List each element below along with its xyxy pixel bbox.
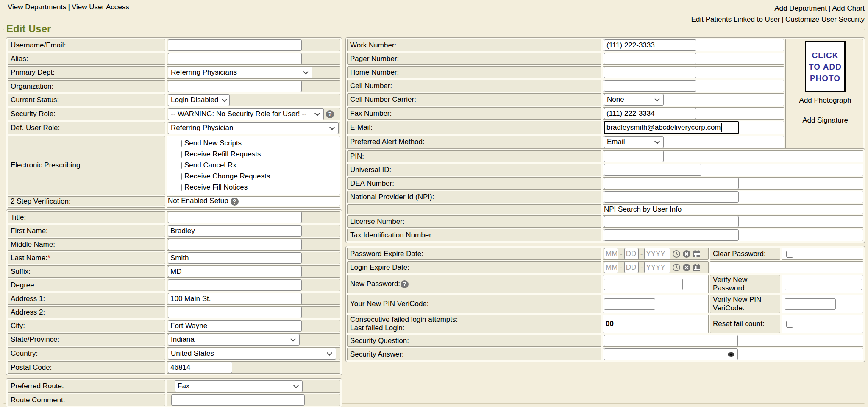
- fax-number-input[interactable]: [604, 108, 696, 119]
- label-universal-id: Universal ID:: [347, 164, 601, 176]
- first-name-input[interactable]: [168, 225, 302, 237]
- clock-icon[interactable]: [672, 250, 681, 258]
- clear-password-checkbox[interactable]: [786, 251, 793, 258]
- chevron-down-icon: [222, 97, 228, 102]
- route-comment-input[interactable]: [171, 394, 305, 406]
- label-middle-name: Middle Name:: [8, 238, 165, 251]
- tax-id-input[interactable]: [604, 229, 739, 241]
- login-expire-mm-input[interactable]: [604, 262, 618, 273]
- organization-input[interactable]: [168, 81, 302, 92]
- chevron-down-icon: [303, 69, 309, 75]
- npi-search-link[interactable]: NPI Search by User Info: [604, 205, 682, 213]
- def-user-role-select[interactable]: Referring Physician: [168, 122, 339, 134]
- verify-new-password-input[interactable]: [785, 279, 862, 290]
- label-verify-pin-vericode: Verify New PIN VeriCode:: [710, 295, 780, 313]
- label-pin-vericode: Your New PIN VeriCode:: [347, 295, 601, 313]
- failed-attempts-count: 00: [604, 320, 614, 328]
- receive-change-requests-option[interactable]: Receive Change Requests: [175, 171, 339, 182]
- help-icon[interactable]: ?: [231, 198, 239, 206]
- security-answer-input[interactable]: [604, 348, 738, 360]
- receive-change-requests-checkbox[interactable]: [175, 173, 182, 180]
- pin-input[interactable]: [604, 151, 664, 162]
- security-question-input[interactable]: [604, 335, 738, 346]
- calendar-icon[interactable]: [693, 263, 701, 272]
- current-status-select[interactable]: Login Disabled: [168, 94, 230, 106]
- label-email: E-Mail:: [347, 121, 601, 134]
- label-electronic-prescribing: Electronic Prescribing:: [8, 136, 165, 195]
- title-input[interactable]: [168, 212, 302, 223]
- preferred-route-select[interactable]: Fax: [175, 380, 303, 392]
- reset-fail-count-checkbox[interactable]: [786, 321, 793, 328]
- label-address1: Address 1:: [8, 293, 165, 305]
- verify-pin-vericode-input[interactable]: [785, 298, 836, 310]
- receive-fill-notices-checkbox[interactable]: [175, 184, 182, 191]
- send-cancel-rx-checkbox[interactable]: [175, 162, 182, 169]
- username-input[interactable]: [168, 39, 302, 51]
- help-icon[interactable]: ?: [326, 110, 334, 118]
- receive-refill-requests-option[interactable]: Receive Refill Requests: [175, 149, 339, 160]
- address2-input[interactable]: [168, 307, 302, 318]
- add-photograph-link[interactable]: Add Photograph: [788, 96, 862, 105]
- view-departments-link[interactable]: View Departments: [8, 3, 67, 11]
- eye-icon[interactable]: [727, 351, 735, 358]
- pager-number-input[interactable]: [604, 53, 696, 64]
- receive-fill-notices-option[interactable]: Receive Fill Notices: [175, 182, 339, 193]
- password-expire-dd-input[interactable]: [624, 248, 639, 259]
- address1-input[interactable]: [168, 293, 302, 304]
- send-new-scripts-option[interactable]: Send New Scripts: [175, 138, 339, 149]
- customize-user-security-link[interactable]: Customize User Security: [785, 15, 865, 23]
- alias-input[interactable]: [168, 53, 302, 64]
- suffix-input[interactable]: [168, 266, 302, 277]
- degree-input[interactable]: [168, 279, 302, 291]
- middle-name-input[interactable]: [168, 239, 302, 250]
- email-input[interactable]: bradleysmith@abcdeliverycorp.com: [604, 121, 739, 134]
- country-select[interactable]: United States: [168, 348, 336, 360]
- npi-input[interactable]: [604, 191, 739, 203]
- send-new-scripts-checkbox[interactable]: [175, 140, 182, 147]
- new-password-input[interactable]: [604, 279, 683, 290]
- alert-method-select[interactable]: Email: [604, 136, 664, 148]
- alert-method-value: Email: [607, 138, 625, 146]
- edit-patients-linked-link[interactable]: Edit Patients Linked to User: [691, 15, 780, 23]
- clear-date-icon[interactable]: [682, 263, 691, 272]
- cell-number-input[interactable]: [604, 80, 696, 92]
- label-failed-attempts-line1: Consecutive failed login attempts:: [350, 315, 600, 324]
- last-name-input[interactable]: [168, 252, 302, 264]
- universal-id-input[interactable]: [604, 164, 701, 176]
- cell-carrier-value: None: [607, 95, 624, 104]
- login-expire-yyyy-input[interactable]: [644, 262, 670, 273]
- password-expire-mm-input[interactable]: [604, 248, 618, 259]
- add-department-link[interactable]: Add Department: [774, 4, 827, 12]
- checkbox-label: Receive Fill Notices: [184, 183, 248, 192]
- view-user-access-link[interactable]: View User Access: [72, 3, 129, 11]
- login-expire-dd-input[interactable]: [624, 262, 639, 273]
- cell-carrier-select[interactable]: None: [604, 94, 664, 106]
- license-number-input[interactable]: [604, 216, 739, 227]
- password-expire-yyyy-input[interactable]: [644, 248, 670, 259]
- home-number-input[interactable]: [604, 67, 696, 78]
- add-chart-link[interactable]: Add Chart: [832, 4, 865, 12]
- login-expire-date: --: [604, 262, 701, 273]
- text-caret: [721, 123, 722, 132]
- add-signature-link[interactable]: Add Signature: [788, 116, 862, 125]
- topbar-right: Add Department|Add Chart Edit Patients L…: [691, 3, 865, 25]
- receive-refill-requests-checkbox[interactable]: [175, 151, 182, 158]
- send-cancel-rx-option[interactable]: Send Cancel Rx: [175, 160, 339, 171]
- calendar-icon[interactable]: [693, 250, 701, 258]
- state-select[interactable]: Indiana: [168, 334, 300, 346]
- city-input[interactable]: [168, 320, 302, 332]
- dea-number-input[interactable]: [604, 178, 739, 189]
- add-photo-placeholder[interactable]: CLICK TO ADD PHOTO: [805, 41, 846, 92]
- clock-icon[interactable]: [672, 263, 681, 272]
- primary-dept-select[interactable]: Referring Physicians: [168, 67, 312, 78]
- clear-date-icon[interactable]: [682, 250, 691, 258]
- security-role-select[interactable]: -- WARNING: No Security Role for User! -…: [168, 108, 324, 120]
- work-number-input[interactable]: [604, 39, 696, 51]
- help-icon[interactable]: ?: [401, 280, 409, 288]
- label-security-question: Security Question:: [347, 335, 601, 347]
- pin-vericode-input[interactable]: [604, 298, 655, 310]
- postal-code-input[interactable]: [168, 362, 232, 373]
- two-step-setup-link[interactable]: Setup: [209, 197, 228, 205]
- security-role-value: -- WARNING: No Security Role for User! -…: [171, 110, 307, 118]
- label-cell-carrier: Cell Number Carrier:: [347, 93, 601, 106]
